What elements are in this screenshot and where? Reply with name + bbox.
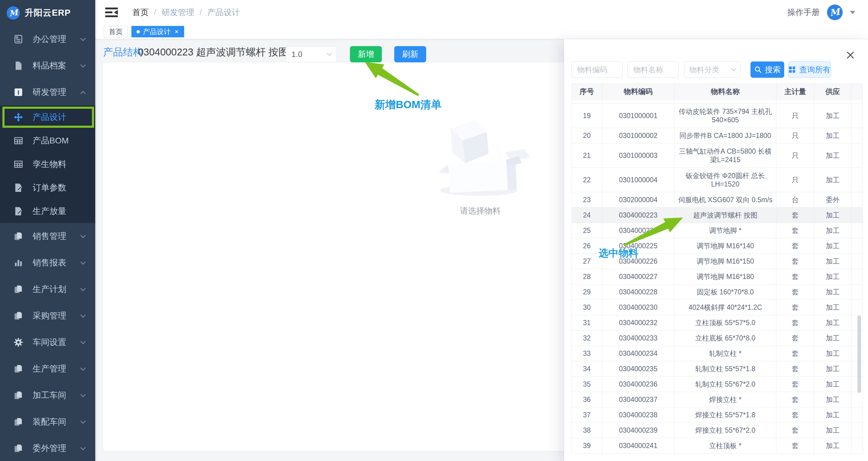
- tab-label: 产品设计: [143, 27, 170, 36]
- table-row[interactable]: 220301000004钣金铰链件 Φ20圆杆 总长LH=1520只加工: [572, 168, 863, 192]
- chevron-down-icon: [80, 233, 86, 238]
- sidebar: M 升阳云ERP 办公管理料品档案I研发管理产品设计产品BOM孪生物料订单参数生…: [0, 0, 95, 461]
- table-row[interactable]: 390304000241立柱顶板 *套加工: [572, 438, 863, 454]
- cell-no: 30: [572, 300, 602, 315]
- material-code-input[interactable]: [571, 61, 623, 78]
- cell-supply: 加工: [814, 144, 851, 168]
- document-icon: [13, 61, 24, 71]
- table-row[interactable]: 260304000225调节地脚 M16*140套加工: [572, 238, 863, 254]
- cell-supply: 加工: [814, 315, 851, 331]
- sidebar-item-孪生物料[interactable]: 孪生物料: [0, 152, 95, 176]
- cell-name: 焊接立柱 55*67*2.0: [675, 423, 776, 438]
- sidebar-item-产品BOM[interactable]: 产品BOM: [0, 129, 95, 152]
- sidebar-item-研发管理[interactable]: I研发管理: [0, 79, 95, 105]
- cell-extra: [851, 223, 863, 238]
- tab-product-design[interactable]: 产品设计: [131, 26, 184, 37]
- table-row[interactable]: 240304000223超声波调节螺杆 按图套加工: [572, 208, 863, 223]
- cell-unit: 只: [776, 168, 814, 192]
- sidebar-item-label: 产品BOM: [33, 135, 87, 147]
- sidebar-item-装配车间[interactable]: 装配车间: [0, 408, 95, 435]
- table-row[interactable]: 340304000235轧制立柱 55*57*1.8套加工: [572, 361, 863, 377]
- cell-supply: 加工: [814, 208, 851, 223]
- cell-supply: 加工: [814, 361, 851, 377]
- sidebar-item-订单参数[interactable]: 订单参数: [0, 176, 95, 199]
- query-all-button[interactable]: 查询所有: [788, 61, 831, 78]
- move-arrows-icon: [13, 112, 24, 122]
- sidebar-item-销售管理[interactable]: 销售管理: [0, 223, 95, 249]
- version-select[interactable]: 1.0: [286, 46, 337, 62]
- search-button[interactable]: 搜索: [750, 61, 784, 78]
- manual-link[interactable]: 操作手册: [787, 7, 820, 18]
- cell-supply: 委外: [814, 192, 851, 208]
- scrollbar-thumb[interactable]: [858, 315, 861, 393]
- cell-extra: [851, 168, 863, 192]
- sidebar-item-采购管理[interactable]: 采购管理: [0, 303, 95, 329]
- gear-icon: [13, 337, 24, 347]
- breadcrumb-rd[interactable]: 研发管理: [162, 7, 194, 18]
- material-name-input[interactable]: [627, 61, 679, 78]
- sidebar-item-生产放量[interactable]: 生产放量: [0, 199, 95, 223]
- filter-bar: 物料分类 搜索 查询所有: [571, 61, 861, 78]
- search-label: 搜索: [765, 64, 781, 75]
- cell-no: 27: [572, 254, 602, 269]
- cell-extra: [851, 269, 863, 284]
- table-row[interactable]: 210301000003三轴气缸动件A CB=5800 长横梁L=2415只加工: [572, 144, 863, 168]
- close-icon[interactable]: [845, 50, 855, 60]
- breadcrumb-home[interactable]: 首页: [132, 7, 149, 18]
- cell-name: 立柱底板 65*70*8.0: [675, 331, 776, 346]
- tab-home[interactable]: 首页: [104, 26, 128, 37]
- cell-supply: 加工: [814, 377, 851, 392]
- cell-extra: [851, 100, 863, 104]
- hamburger-icon[interactable]: [105, 7, 118, 18]
- table-row[interactable]: 230302000004伺服电机 XSG607 双向 0.5m/s台委外: [572, 192, 863, 208]
- table-row[interactable]: 350304000236轧制立柱 55*67*2.0套加工: [572, 377, 863, 392]
- add-button[interactable]: 新增: [350, 46, 382, 62]
- table-row[interactable]: 200301000002同步带件B CA=1800 JJ=1800只加工: [572, 128, 863, 144]
- chevron-down-icon: [80, 62, 86, 67]
- table-row[interactable]: 310304000232立柱顶板 55*57*5.0套加工: [572, 315, 863, 331]
- sidebar-item-label: 销售报表: [33, 257, 81, 269]
- table-row[interactable]: 330304000234轧制立柱 *套加工: [572, 346, 863, 361]
- cell-name: 焊接立柱 *: [675, 392, 776, 407]
- table-row[interactable]: 370304000238焊接立柱 55*57*1.8套加工: [572, 407, 863, 423]
- copy-pages-icon: [13, 443, 24, 454]
- cell-no: 20: [572, 128, 602, 144]
- sidebar-item-委外管理[interactable]: 委外管理: [0, 435, 95, 461]
- table-row[interactable]: 380304000239焊接立柱 55*67*2.0套加工: [572, 423, 863, 438]
- cell-extra: [851, 300, 863, 315]
- sidebar-item-label: 订单参数: [33, 182, 87, 193]
- table-row[interactable]: 360304000237焊接立柱 *套加工: [572, 392, 863, 407]
- table-row[interactable]: 270304000226调节地脚 M16*150套加工: [572, 254, 863, 269]
- column-header: 供应: [814, 84, 851, 100]
- sidebar-item-加工车间[interactable]: 加工车间: [0, 382, 95, 408]
- table-row[interactable]: 280304000227调节地脚 M16*180套加工: [572, 269, 863, 284]
- sidebar-item-料品档案[interactable]: 料品档案: [0, 53, 95, 79]
- cell-supply: [814, 100, 851, 104]
- table-row-partial: [572, 100, 863, 104]
- table-row[interactable]: 190301000001传动皮轮装件 735×794 主机孔540×605只加工: [572, 104, 863, 128]
- sidebar-item-销售报表[interactable]: 销售报表: [0, 249, 95, 276]
- sidebar-item-车间设置[interactable]: 车间设置: [0, 329, 95, 356]
- sidebar-item-产品设计[interactable]: 产品设计: [0, 105, 95, 129]
- sidebar-item-生产计划[interactable]: 生产计划: [0, 276, 95, 303]
- cell-supply: 加工: [814, 438, 851, 454]
- cell-extra: [851, 208, 863, 223]
- table-row[interactable]: 290304000228固定板 160*70*8.0套加工: [572, 284, 863, 300]
- sidebar-item-办公管理[interactable]: 办公管理: [0, 26, 95, 53]
- app-logo[interactable]: M 升阳云ERP: [0, 0, 95, 26]
- table-row[interactable]: 3003040002304024横斜撑 40*24*1.2C套加工: [572, 300, 863, 315]
- cell-extra: [851, 238, 863, 254]
- sidebar-item-生产管理[interactable]: 生产管理: [0, 356, 95, 382]
- table-row[interactable]: 320304000233立柱底板 65*70*8.0套加工: [572, 331, 863, 346]
- table-row[interactable]: 250304000224调节地脚 *套加工: [572, 223, 863, 238]
- chevron-down-icon[interactable]: [850, 11, 855, 17]
- material-table: 序号物料编码物料名称主计量供应 190301000001传动皮轮装件 735×7…: [571, 84, 863, 454]
- avatar[interactable]: M: [827, 4, 843, 20]
- close-icon[interactable]: [174, 29, 179, 34]
- cell-name: 调节地脚 M16*180: [675, 269, 776, 284]
- refresh-button[interactable]: 刷新: [394, 46, 426, 62]
- column-header: 物料名称: [675, 84, 776, 100]
- material-category-select[interactable]: 物料分类: [684, 61, 741, 78]
- cell-no: 21: [572, 144, 602, 168]
- empty-text: 请选择物料: [460, 206, 501, 216]
